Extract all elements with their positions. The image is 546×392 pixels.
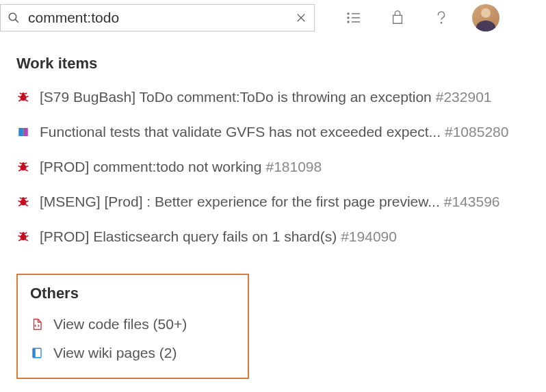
svg-point-31 — [22, 197, 25, 200]
search-input[interactable] — [28, 10, 295, 26]
clear-search-button[interactable] — [295, 12, 307, 24]
search-icon — [8, 12, 20, 24]
svg-line-28 — [20, 163, 22, 164]
svg-line-13 — [18, 96, 21, 98]
work-item[interactable]: Functional tests that validate GVFS has … — [16, 120, 530, 144]
work-item-text: [S79 BugBash] ToDo comment:ToDo is throw… — [40, 89, 432, 105]
help-icon[interactable] — [432, 9, 450, 27]
bug-icon — [16, 230, 30, 244]
work-item-id: #181098 — [265, 159, 322, 175]
svg-line-35 — [25, 205, 28, 206]
toolbar-icons — [345, 9, 450, 27]
svg-point-10 — [441, 23, 441, 23]
header-bar — [0, 0, 546, 36]
svg-line-43 — [25, 239, 28, 241]
svg-line-36 — [20, 198, 22, 199]
content-area: Work items [S79 BugBash] ToDo comment:To… — [0, 36, 546, 379]
work-item-text: [PROD] Elasticsearch query fails on 1 sh… — [40, 228, 337, 245]
work-item-text: [MSENG] [Prod] : Better experience for t… — [40, 194, 440, 210]
work-item-text: [PROD] comment:todo not working — [40, 159, 261, 175]
svg-line-16 — [25, 100, 28, 101]
svg-point-5 — [348, 17, 349, 18]
book-icon — [16, 125, 30, 139]
svg-line-44 — [20, 233, 22, 234]
svg-line-14 — [26, 96, 29, 98]
svg-point-4 — [348, 13, 349, 14]
svg-line-18 — [25, 93, 27, 94]
user-avatar[interactable] — [472, 4, 499, 31]
svg-line-27 — [25, 170, 28, 171]
svg-line-37 — [25, 198, 27, 199]
work-item[interactable]: [PROD] Elasticsearch query fails on 1 sh… — [16, 224, 530, 249]
others-item-label: View wiki pages (2) — [53, 345, 177, 361]
svg-line-32 — [18, 201, 21, 202]
work-item[interactable]: [S79 BugBash] ToDo comment:ToDo is throw… — [16, 85, 530, 109]
work-item-id: #143596 — [444, 194, 500, 210]
svg-line-29 — [25, 163, 27, 164]
others-item-wiki[interactable]: View wiki pages (2) — [30, 341, 237, 365]
others-item-label: View code files (50+) — [53, 316, 187, 332]
others-title: Others — [30, 285, 237, 302]
work-item[interactable]: [MSENG] [Prod] : Better experience for t… — [16, 190, 530, 214]
svg-point-6 — [348, 21, 349, 23]
bug-icon — [16, 160, 30, 174]
svg-line-24 — [18, 166, 21, 168]
work-items-list: [S79 BugBash] ToDo comment:ToDo is throw… — [16, 85, 530, 249]
svg-rect-20 — [24, 128, 28, 136]
svg-rect-21 — [23, 128, 24, 136]
work-item-id: #194090 — [341, 228, 397, 245]
work-items-title: Work items — [16, 55, 530, 73]
svg-point-0 — [9, 13, 16, 21]
svg-line-45 — [25, 233, 27, 234]
code-file-icon — [30, 317, 44, 331]
shopping-bag-icon[interactable] — [389, 9, 406, 27]
wiki-icon — [30, 346, 44, 360]
svg-point-23 — [22, 162, 25, 166]
svg-line-1 — [16, 20, 18, 23]
search-box[interactable] — [0, 4, 315, 31]
others-section: Others View code files (50+) — [16, 274, 249, 379]
svg-line-17 — [20, 93, 22, 94]
svg-rect-47 — [33, 348, 36, 358]
bug-icon — [16, 90, 30, 104]
svg-line-42 — [18, 239, 21, 241]
svg-line-15 — [18, 100, 21, 101]
svg-rect-19 — [18, 128, 23, 136]
svg-point-39 — [22, 232, 25, 235]
work-item[interactable]: [PROD] comment:todo not working #181098 — [16, 155, 530, 179]
svg-line-40 — [18, 236, 21, 237]
work-item-id: #232901 — [436, 89, 492, 105]
work-item-text: Functional tests that validate GVFS has … — [40, 124, 441, 140]
svg-line-41 — [26, 236, 29, 237]
bug-icon — [16, 195, 30, 209]
others-item-code[interactable]: View code files (50+) — [30, 312, 237, 337]
svg-line-25 — [26, 166, 29, 168]
svg-line-26 — [18, 170, 21, 171]
list-icon[interactable] — [345, 9, 363, 27]
work-item-id: #1085280 — [445, 124, 508, 140]
svg-point-12 — [22, 92, 25, 96]
svg-line-34 — [18, 205, 21, 206]
svg-line-33 — [26, 201, 29, 202]
others-list: View code files (50+) View wiki pages (2… — [30, 312, 237, 365]
